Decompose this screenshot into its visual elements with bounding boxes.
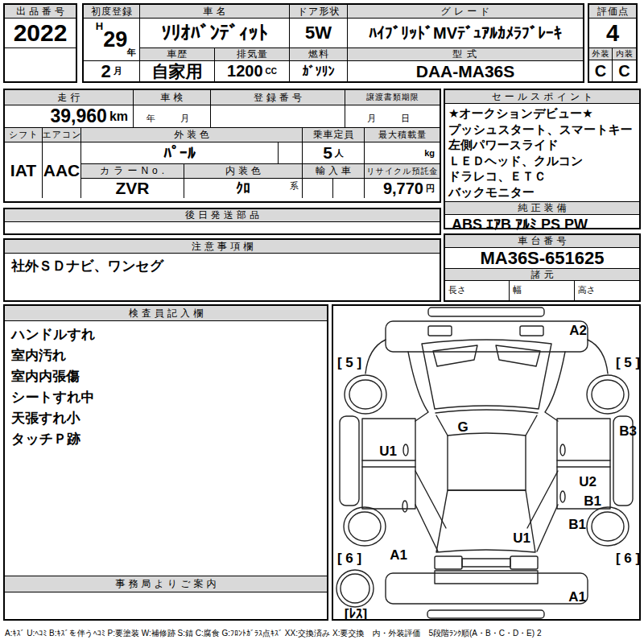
interior-color-value: ｸﾛ系	[184, 179, 303, 198]
interior-color-label: 内装色	[184, 164, 303, 179]
import-empty-cell-1	[303, 179, 333, 198]
diagram-labels: A2[ 5 ][ 5 ]GU1B3U2B1B1U1A1[ 6 ][ 6 ]A1[…	[333, 306, 639, 619]
text-line: バックモニター	[448, 184, 636, 200]
color-shift-subtable: シフト エアコン 外装色 乗車定員 最大積載量 IAT AAC ﾊﾟｰﾙ 5人 …	[5, 128, 440, 198]
inspector-notes-list: ハンドルすれ室内汚れ室内内張傷シートすれ中天張すれ小タッチＰ跡	[5, 321, 327, 576]
mileage-value: 39,960km	[5, 105, 134, 127]
sales-points-panel: セールスポイント ★オークションデビュー★プッシュスタート、スマートキー左側パワ…	[444, 89, 641, 229]
transfer-deadline-empty: 月 日	[345, 105, 440, 127]
door-shape-value: 5W	[290, 19, 348, 48]
first-registration-year: H29 年	[84, 19, 140, 61]
width-label: 幅	[513, 284, 522, 296]
color-no-label: カラーNo.	[81, 164, 184, 179]
exterior-grade-value: C	[589, 60, 613, 81]
shift-label: シフト	[5, 128, 43, 142]
mileage-row: 走行 車検 登録番号 譲渡書類期限 39,960km 年 月 月 日	[5, 90, 440, 128]
recycle-deposit-label: リサイクル預託金	[365, 164, 440, 179]
grade-value: ﾊｲﾌﾞﾘｯﾄﾞMVﾃﾞｭｱﾙｶﾒﾗﾌﾞﾚｰｷ	[348, 19, 583, 48]
evaluation-box: 評価点 4 外装 内装 C C	[588, 3, 638, 83]
diagram-label: B3	[619, 424, 637, 438]
chassis-panel: 車台番号 MA36S-651625 諸元 長さ 幅 高さ	[444, 233, 641, 302]
score-value: 4	[589, 19, 636, 48]
capacity-number: 5	[323, 143, 332, 163]
shift-value: IAT	[5, 142, 43, 198]
legend-text: A:ｷｽﾞ U:ﾍｺﾐ B:ｷｽﾞを伴うﾍｺﾐ P:要塗装 W:補修跡 S:錆 …	[5, 628, 642, 639]
diagram-label: U2	[579, 475, 597, 489]
registration-number-empty	[211, 105, 345, 127]
spec-table: 走行 車検 登録番号 譲渡書類期限 39,960km 年 月 月 日 シフト エ…	[3, 89, 441, 203]
width-cell: 幅	[510, 281, 574, 300]
factory-equipment-label: 純正装備	[445, 202, 639, 215]
car-name-label: 車名	[140, 5, 290, 19]
text-line: ドラレコ、ＥＴＣ	[448, 168, 636, 184]
model-code-label: 型式	[348, 48, 583, 61]
mileage-label: 走行	[5, 90, 134, 105]
inspection-value-empty: 年 月	[134, 105, 211, 127]
text-line: ＬＥＤヘッド、クルコン	[448, 153, 636, 169]
later-parts-label: 後日発送部品	[5, 209, 440, 222]
displacement-unit: CC	[266, 67, 277, 76]
transfer-deadline-label: 譲渡書類期限	[345, 90, 440, 105]
interior-color-suffix: 系	[290, 180, 299, 192]
recycle-unit: 円	[426, 183, 435, 195]
diagram-label: A2	[569, 324, 587, 337]
door-shape-label: ドア形状	[290, 5, 348, 19]
diagram-label: B1	[584, 494, 601, 508]
auction-number-label: 出品番号	[5, 5, 76, 19]
exterior-grade-label: 外装	[589, 48, 613, 60]
first-reg-month-value: 2	[101, 61, 110, 81]
exterior-color-value: ﾊﾟｰﾙ	[81, 142, 279, 164]
auction-number-value: 2022	[5, 19, 76, 48]
displacement-value: 1200CC	[215, 61, 289, 81]
recycle-number: 9,770	[383, 180, 423, 198]
year-unit: 年	[127, 47, 136, 59]
fuel-label: 燃料	[290, 48, 348, 61]
diagram-label: [ﾚｽ]	[345, 607, 367, 621]
auction-sheet: { "header": { "auction_no_label": "出品番号"…	[0, 0, 644, 644]
inspector-panel: 検査員記入欄 ハンドルすれ室内汚れ室内内張傷シートすれ中天張すれ小タッチＰ跡 事…	[3, 304, 328, 621]
capacity-unit: 人	[335, 147, 344, 159]
diagram-label: A1	[568, 590, 586, 604]
capacity-value: 5人	[303, 142, 365, 164]
import-label: 輸入車	[303, 164, 365, 179]
text-line: プッシュスタート、スマートキー	[448, 122, 636, 138]
recycle-deposit-value: 9,770円	[365, 179, 440, 198]
text-line: ★オークションデビュー★	[448, 105, 636, 122]
aircon-label: エアコン	[43, 128, 81, 142]
month-unit: 月	[114, 65, 122, 77]
text-line: 天張すれ小	[11, 408, 320, 429]
vehicle-header-table: 初度登録 車名 ドア形状 グレード H29 年 ｿﾘｵﾊﾞﾝﾃﾞｨｯﾄ 5W ﾊ…	[82, 3, 584, 83]
text-line: 室内内張傷	[11, 366, 320, 387]
inspector-notes-label: 検査員記入欄	[5, 306, 327, 321]
text-line: タッチＰ跡	[11, 429, 320, 450]
diagram-label: G	[457, 420, 468, 434]
auction-number-empty-cell	[5, 48, 76, 81]
dimensions-label: 諸元	[445, 269, 639, 281]
chassis-number-value: MA36S-651625	[445, 248, 639, 269]
fuel-value: ｶﾞｿﾘﾝ	[290, 61, 348, 81]
height-cell: 高さ	[575, 281, 639, 300]
first-reg-year-value: 29	[103, 27, 127, 52]
displacement-label: 排気量	[215, 48, 289, 61]
color-no-value: ZVR	[81, 179, 184, 198]
diagram-label: U1	[379, 444, 397, 458]
displacement-number: 1200	[227, 62, 263, 80]
diagram-label: [ 6 ]	[616, 551, 640, 565]
interior-color-name: ｸﾛ	[236, 180, 250, 197]
aircon-value: AAC	[43, 142, 81, 198]
import-empty-cell-2	[333, 179, 365, 198]
exterior-color-extra-empty	[279, 142, 303, 164]
mileage-number: 39,960	[51, 105, 107, 127]
car-name-value: ｿﾘｵﾊﾞﾝﾃﾞｨｯﾄ	[140, 19, 290, 48]
first-registration-month: 2月	[84, 61, 140, 81]
exterior-color-label: 外装色	[81, 128, 303, 142]
interior-grade-value: C	[613, 60, 636, 81]
era-letter: H	[96, 20, 103, 32]
model-code-value: DAA-MA36S	[348, 61, 583, 81]
length-label: 長さ	[448, 284, 466, 296]
text-line: シートすれ中	[11, 387, 320, 408]
history-displacement-subtable: 車歴 排気量 自家用 1200CC	[140, 48, 290, 81]
history-value: 自家用	[140, 61, 215, 81]
grade-label: グレード	[348, 5, 583, 19]
later-parts-empty	[5, 222, 440, 233]
